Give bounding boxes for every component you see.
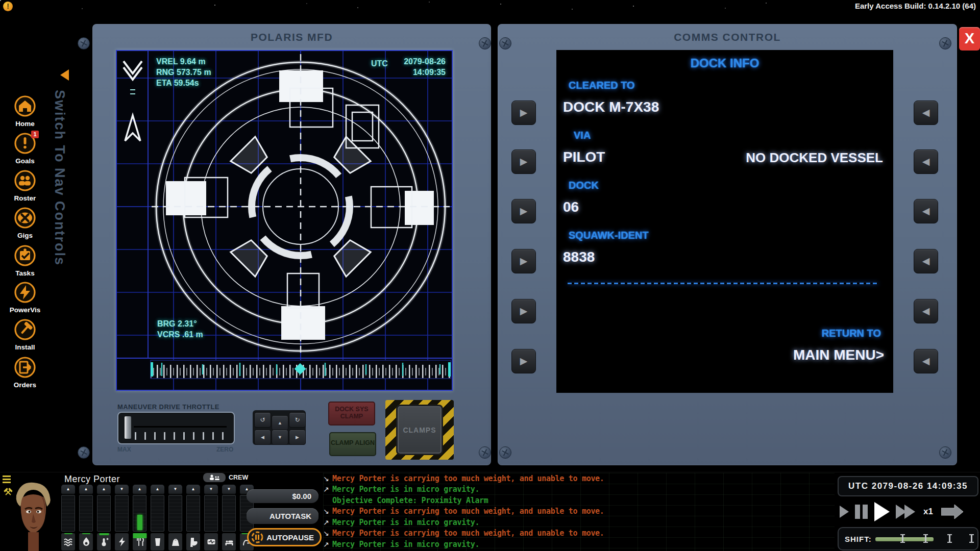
sidebar-item-home[interactable]: Home (0, 95, 50, 128)
throttle-handle[interactable] (125, 416, 131, 439)
thermometer-icon (97, 533, 111, 550)
panel-title: COMMS CONTROL (498, 31, 957, 43)
money-button[interactable]: $0.00 (247, 489, 318, 503)
autopause-button[interactable]: AUTOPAUSE (247, 528, 322, 546)
rotate-cw-button[interactable]: ↻ (289, 412, 306, 428)
translate-down-button[interactable]: ▼ (272, 430, 288, 445)
log-row: ↗Mercy Porter is in micro gravity. (323, 539, 835, 550)
autotask-button[interactable]: AUTOTASK (247, 508, 318, 524)
comms-screen: DOCK INFO CLEARED TO DOCK M-7X38 VIA PIL… (556, 50, 893, 393)
dock-sys-clamp-button[interactable]: DOCK SYS CLAMP (328, 402, 375, 425)
stat-trend-icon[interactable]: ▲ (133, 485, 146, 494)
play-slow-button[interactable] (840, 506, 849, 518)
fast-forward-button[interactable] (896, 505, 913, 519)
return-to-label: RETURN TO (822, 328, 881, 339)
stat-track[interactable] (168, 495, 182, 532)
stat-trend-icon[interactable]: ▼ (168, 485, 182, 494)
collapse-arrow-icon[interactable] (60, 69, 69, 81)
divider-dashed-line (568, 283, 878, 284)
stat-trend-icon[interactable]: ▲ (79, 485, 93, 494)
warning-icon[interactable]: ! (3, 2, 13, 11)
translate-up-button[interactable]: ▲ (272, 415, 288, 431)
close-button[interactable]: X (959, 27, 980, 51)
lsk-left-button-4[interactable]: ▶ (511, 249, 536, 273)
sidebar-item-label: Home (0, 120, 50, 128)
lsk-right-button-5[interactable]: ◀ (914, 299, 938, 323)
play-button[interactable] (874, 502, 890, 521)
lsk-left-button-5[interactable]: ▶ (511, 299, 536, 323)
power-icon (115, 533, 129, 550)
stat-trend-icon[interactable]: ▲ (97, 485, 111, 494)
skip-arrow-button[interactable] (941, 504, 964, 519)
lsk-left-button-2[interactable]: ▶ (511, 149, 536, 174)
sidebar-item-label: Orders (0, 381, 50, 389)
shift-control: SHIFT: (838, 527, 978, 550)
stat-track[interactable] (97, 495, 111, 532)
stat-trend-icon[interactable]: ▲ (151, 485, 164, 494)
screw-icon (939, 446, 951, 459)
eta-readout: ETA 59.54s (156, 78, 199, 88)
lsk-right-button-1[interactable]: ◀ (914, 101, 938, 125)
stat-track[interactable] (133, 495, 146, 532)
translate-right-button[interactable]: ▶ (289, 430, 306, 445)
sidebar-item-powervis[interactable]: PowerVis (0, 281, 50, 314)
stat-trend-icon[interactable]: ▼ (204, 485, 218, 494)
stat-slider: ▲ (133, 485, 146, 532)
rotate-ccw-button[interactable]: ↺ (254, 412, 271, 428)
sidebar-item-gigs[interactable]: Gigs (0, 207, 50, 239)
trend-up-icon: ↗ (323, 540, 332, 548)
stat-trend-icon[interactable]: ▲ (186, 485, 200, 494)
shift-tick-icon[interactable] (902, 534, 903, 543)
weight-icon (168, 533, 182, 550)
stat-track[interactable] (61, 495, 75, 532)
maneuver-throttle-slider[interactable] (117, 412, 235, 444)
utc-label: UTC (371, 58, 388, 69)
stat-trend-icon[interactable]: ▼ (115, 485, 129, 494)
vrel-readout: VREL 9.64 m (156, 56, 206, 67)
sidebar-item-label: Install (0, 343, 50, 351)
stat-track[interactable] (151, 495, 164, 532)
health-icon (204, 533, 218, 550)
sidebar-item-orders[interactable]: Orders (0, 356, 50, 389)
dock-value: 06 (563, 199, 579, 215)
lsk-left-button-3[interactable]: ▶ (511, 199, 536, 223)
stat-trend-icon[interactable]: ▼ (222, 485, 236, 494)
stat-track[interactable] (204, 495, 218, 532)
stat-trend-icon[interactable]: ▲ (61, 485, 75, 494)
throttle-label: MANEUVER DRIVE THROTTLE (117, 403, 219, 411)
panel-title: POLARIS MFD (92, 31, 491, 43)
lsk-right-button-4[interactable]: ◀ (914, 249, 938, 273)
pause-button[interactable] (855, 505, 870, 519)
throttle-track (134, 426, 227, 428)
crew-chip-button[interactable] (203, 473, 226, 482)
sidebar-item-goals[interactable]: 1 Goals (0, 132, 50, 165)
stat-track[interactable] (186, 495, 200, 532)
clamp-align-button[interactable]: CLAMP ALIGN (329, 432, 376, 456)
stat-track[interactable] (222, 495, 236, 532)
shift-tick-icon[interactable] (949, 534, 950, 543)
bed-icon (222, 533, 236, 550)
sidebar-item-install[interactable]: Install (0, 318, 50, 351)
switch-to-nav-controls[interactable]: Switch To Nav Controls (52, 90, 67, 284)
menu-icon[interactable] (3, 475, 11, 485)
shift-tick-icon[interactable] (925, 534, 926, 543)
crew-portrait[interactable] (11, 479, 55, 551)
event-log[interactable]: ↘Mercy Porter is carrying too much weigh… (323, 473, 835, 551)
translate-left-button[interactable]: ◀ (254, 430, 271, 445)
lsk-right-button-2[interactable]: ◀ (914, 149, 938, 174)
brg-readout: BRG 2.31° (157, 318, 197, 329)
lsk-right-button-3[interactable]: ◀ (914, 199, 938, 223)
stat-slider: ▼ (222, 485, 236, 532)
sidebar-item-roster[interactable]: Roster (0, 169, 50, 202)
stat-track[interactable] (115, 495, 129, 532)
lsk-left-button-6[interactable]: ▶ (511, 349, 536, 373)
bottom-bar: Mercy Porter CREW ▲ ▲ ▲ ▼ ▲ ▲ ▼ ▲ ▼ ▼ ▲ … (0, 472, 980, 551)
stat-track[interactable] (79, 495, 93, 532)
lsk-right-button-6[interactable]: ◀ (914, 349, 938, 373)
screw-icon (499, 446, 511, 459)
rng-readout: RNG 573.75 m (156, 67, 211, 78)
shift-tick-icon[interactable] (971, 534, 972, 543)
sidebar-item-tasks[interactable]: Tasks (0, 244, 50, 277)
lsk-left-button-1[interactable]: ▶ (511, 101, 536, 125)
app-root: ! Early Access Build: 0.14.2.10 (64) Hom… (0, 0, 980, 551)
